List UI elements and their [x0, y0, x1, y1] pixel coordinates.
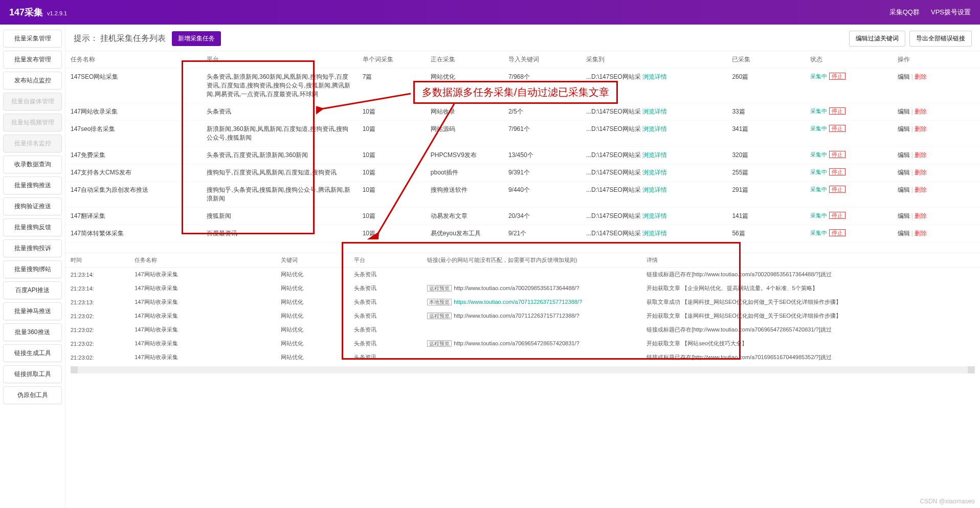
log-platform: 头条资讯 [349, 309, 422, 323]
stop-button[interactable]: 停止 [829, 125, 845, 132]
task-ops: 编辑|删除 [893, 164, 980, 182]
log-task: 147网站收录采集 [129, 295, 276, 309]
log-detail: 开始获取文章 【网站seo优化技巧大全】 [641, 337, 980, 350]
stop-button[interactable]: 停止 [829, 73, 845, 80]
task-count: 341篇 [727, 121, 805, 147]
status-collecting-badge: 采集中 [810, 73, 827, 79]
log-task: 147网站收录采集 [129, 309, 276, 323]
task-keywords: 2/5个 [503, 103, 581, 121]
edit-filter-keywords-button[interactable]: 编辑过滤关键词 [849, 31, 905, 47]
task-platform: 头条资讯 [202, 103, 357, 121]
sidebar-item-2[interactable]: 发布站点监控 [3, 72, 62, 90]
edit-link[interactable]: 编辑 [898, 108, 910, 115]
browse-detail-link[interactable]: 浏览详情 [642, 230, 667, 237]
status-collecting-badge: 采集中 [810, 212, 827, 218]
delete-link[interactable]: 删除 [915, 230, 927, 237]
preview-tag[interactable]: 远程预览 [427, 285, 452, 292]
browse-detail-link[interactable]: 浏览详情 [642, 212, 667, 219]
edit-link[interactable]: 编辑 [898, 186, 910, 193]
browse-detail-link[interactable]: 浏览详情 [642, 169, 667, 176]
edit-link[interactable]: 编辑 [898, 125, 910, 132]
log-detail: 开始获取文章 【途网科技_网站SEO优化如何做_关于SEO优化详细操作步骤】 [641, 309, 980, 323]
delete-link[interactable]: 删除 [915, 125, 927, 132]
sidebar-item-14[interactable]: 批量360推送 [3, 323, 62, 341]
stop-button[interactable]: 停止 [829, 212, 845, 219]
task-keywords: 7/961个 [503, 121, 581, 147]
add-task-button[interactable]: 新增采集任务 [172, 31, 221, 46]
delete-link[interactable]: 删除 [915, 151, 927, 159]
task-dest: ...D:\147SEO网站采 浏览详情 [581, 121, 727, 147]
task-keywords: 7/968个 [503, 69, 581, 103]
stop-button[interactable]: 停止 [829, 151, 845, 158]
log-detail: 链接或标题已存在[http://www.toutiao.com/a7069654… [641, 323, 980, 337]
delete-link[interactable]: 删除 [915, 212, 927, 219]
task-keywords: 9/391个 [503, 164, 581, 182]
stop-button[interactable]: 停止 [829, 186, 845, 193]
sidebar-item-16[interactable]: 链接抓取工具 [3, 365, 62, 383]
stop-button[interactable]: 停止 [829, 229, 845, 236]
sidebar-item-13[interactable]: 批量神马推送 [3, 302, 62, 320]
browse-detail-link[interactable]: 浏览详情 [642, 73, 667, 80]
browse-detail-link[interactable]: 浏览详情 [642, 186, 667, 193]
browse-detail-link[interactable]: 浏览详情 [642, 151, 667, 159]
stop-button[interactable]: 停止 [829, 168, 845, 175]
task-platform: 头条资讯,新浪新闻,360新闻,凤凰新闻,搜狗知乎,百度资讯,百度知道,搜狗资讯… [202, 69, 357, 103]
task-keywords: 13/450个 [503, 147, 581, 164]
task-count: 255篇 [727, 164, 805, 182]
edit-link[interactable]: 编辑 [898, 169, 910, 176]
log-url[interactable]: http://www.toutiao.com/a7071122637157712… [454, 313, 579, 319]
sidebar-item-17[interactable]: 伪原创工具 [3, 386, 62, 404]
sidebar-item-1[interactable]: 批量发布管理 [3, 51, 62, 69]
sidebar-item-12[interactable]: 百度API推送 [3, 281, 62, 299]
task-per: 10篇 [358, 182, 426, 208]
horizontal-scrollbar[interactable] [71, 366, 975, 373]
log-col-header: 链接(最小的网站可能没有匹配，如需要可群内反馈增加规则) [422, 253, 641, 268]
sidebar-item-10[interactable]: 批量搜狗投诉 [3, 239, 62, 257]
log-url[interactable]: http://www.toutiao.com/a7002098535617364… [454, 285, 579, 291]
delete-link[interactable]: 删除 [915, 108, 927, 115]
task-row: 147seo排名采集新浪新闻,360新闻,凤凰新闻,百度知道,搜狗资讯,搜狗公众… [65, 121, 980, 147]
panel-title-text: 挂机采集任务列表 [100, 34, 166, 42]
browse-detail-link[interactable]: 浏览详情 [642, 108, 667, 115]
stop-button[interactable]: 停止 [829, 107, 845, 115]
preview-tag[interactable]: 本地预览 [427, 299, 452, 305]
delete-link[interactable]: 删除 [915, 73, 927, 80]
status-collecting-badge: 采集中 [810, 151, 827, 158]
log-table-head: 时间任务名称关键词平台链接(最小的网站可能没有匹配，如需要可群内反馈增加规则)详… [65, 253, 980, 268]
log-keyword: 网站优化 [276, 350, 349, 364]
sidebar-item-8[interactable]: 搜狗验证推送 [3, 197, 62, 215]
edit-link[interactable]: 编辑 [898, 73, 910, 80]
sidebar-item-15[interactable]: 链接生成工具 [3, 344, 62, 362]
delete-link[interactable]: 删除 [915, 169, 927, 176]
preview-tag[interactable]: 远程预览 [427, 313, 452, 319]
task-table: 任务名称平台单个词采集正在采集导入关键词采集到已采集状态操作 147SEO网站采… [65, 51, 980, 242]
export-error-links-button[interactable]: 导出全部错误链接 [909, 31, 972, 47]
task-dest: ...D:\147SEO网站采 浏览详情 [581, 182, 727, 208]
main-content: 提示： 挂机采集任务列表 新增采集任务 编辑过滤关键词 导出全部错误链接 任务名… [65, 25, 980, 508]
task-collecting: 网站收录 [426, 103, 503, 121]
sidebar-item-0[interactable]: 批量采集管理 [3, 30, 62, 48]
edit-link[interactable]: 编辑 [898, 212, 910, 219]
log-platform: 头条资讯 [349, 295, 422, 309]
task-name: 147支持各大CMS发布 [65, 164, 202, 182]
delete-link[interactable]: 删除 [915, 186, 927, 193]
sidebar-item-9[interactable]: 批量搜狗反馈 [3, 218, 62, 236]
log-row: 21:23:14:147网站收录采集网站优化头条资讯远程预览http://www… [65, 281, 980, 295]
sidebar-item-7[interactable]: 批量搜狗推送 [3, 176, 62, 194]
log-time: 21:23:02: [65, 323, 129, 337]
task-collecting: pboot插件 [426, 164, 503, 182]
preview-tag[interactable]: 远程预览 [427, 340, 452, 347]
log-url[interactable]: http://www.toutiao.com/a7069654728657420… [454, 340, 579, 346]
browse-detail-link[interactable]: 浏览详情 [642, 125, 667, 132]
log-time: 21:23:02: [65, 309, 129, 323]
vps-settings-link[interactable]: VPS拨号设置 [931, 8, 971, 17]
qq-group-link[interactable]: 采集QQ群 [889, 8, 920, 17]
task-keywords: 9/21个 [503, 225, 581, 242]
sidebar-item-6[interactable]: 收录数据查询 [3, 156, 62, 173]
edit-link[interactable]: 编辑 [898, 151, 910, 159]
log-url[interactable]: https://www.toutiao.com/a707112263715771… [454, 299, 582, 305]
log-keyword: 网站优化 [276, 323, 349, 337]
edit-link[interactable]: 编辑 [898, 230, 910, 237]
sidebar-item-11[interactable]: 批量搜狗绑站 [3, 260, 62, 278]
log-row: 21:23:02:147网站收录采集网站优化头条资讯远程预览http://www… [65, 337, 980, 350]
